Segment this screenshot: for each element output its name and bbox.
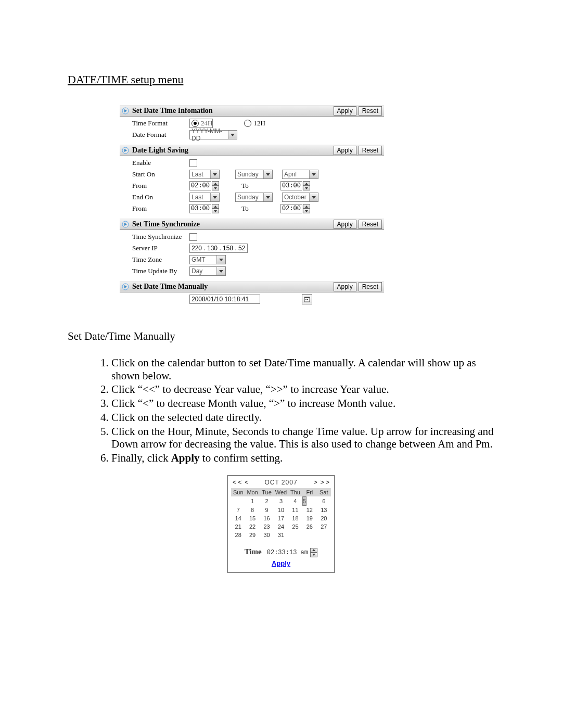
sec4-apply-button[interactable]: Apply	[334, 282, 356, 291]
dls-start-week-value: Last	[191, 171, 209, 178]
time-update-value: Day	[191, 267, 215, 275]
dls-end-day-select[interactable]: Sunday	[235, 193, 273, 202]
dls-to1-spin[interactable]: 03:00	[280, 181, 310, 190]
sec1-title: Set Date Time Infomation	[132, 107, 331, 115]
calendar-next-year[interactable]: > >	[319, 479, 331, 486]
calendar-day[interactable]: 1	[245, 496, 259, 506]
spin-down-icon[interactable]	[212, 186, 219, 190]
calendar-day[interactable]: 29	[245, 531, 259, 539]
chevron-down-icon	[263, 170, 272, 178]
calendar-day[interactable]: 25	[288, 522, 302, 531]
calendar-day[interactable]: 10	[274, 506, 288, 514]
calendar-button[interactable]	[302, 294, 312, 304]
calendar-day[interactable]: 3	[274, 496, 288, 506]
dls-to2-label: To	[219, 205, 271, 213]
spin-down-icon[interactable]	[310, 553, 317, 557]
sec3-reset-button[interactable]: Reset	[359, 220, 382, 229]
sec4-reset-button[interactable]: Reset	[359, 282, 382, 291]
expand-arrow-icon	[122, 283, 129, 290]
spin-down-icon[interactable]	[303, 186, 310, 190]
time-format-24h-label: 24H	[201, 119, 212, 127]
dls-start-day-value: Sunday	[237, 171, 262, 178]
server-ip-input[interactable]: 220 . 130 . 158 . 52	[189, 244, 248, 253]
calendar-day[interactable]: 21	[231, 522, 245, 531]
time-format-24h-radio[interactable]: 24H	[189, 119, 213, 128]
dls-from2-spin[interactable]: 03:00	[189, 204, 219, 213]
apply-word: Apply	[171, 452, 200, 464]
sec2-apply-button[interactable]: Apply	[334, 146, 356, 155]
spin-up-icon[interactable]	[303, 181, 310, 186]
calendar-day[interactable]: 2	[260, 496, 274, 506]
spin-down-icon[interactable]	[212, 209, 219, 213]
calendar-day[interactable]: 23	[260, 522, 274, 531]
calendar-day[interactable]: 7	[231, 506, 245, 514]
manual-section: Set Date/Time Manually Click on the cale…	[68, 330, 494, 465]
calendar-time-row: Time 02:33:13 am	[231, 547, 331, 557]
manual-step: Click on the calendar button to set Date…	[111, 356, 494, 382]
dls-to2-spin[interactable]: 02:00	[280, 204, 310, 213]
dls-enable-checkbox[interactable]	[189, 159, 197, 167]
dls-from1-spin[interactable]: 02:00	[189, 181, 219, 190]
sync-enable-checkbox[interactable]	[189, 233, 197, 241]
calendar-month-title: OCT 2007	[250, 479, 312, 486]
spin-up-icon[interactable]	[212, 181, 219, 186]
calendar-day[interactable]: 4	[288, 496, 302, 506]
dls-to1-label: To	[219, 182, 271, 190]
calendar-day[interactable]: 26	[302, 522, 316, 531]
calendar-day[interactable]: 19	[302, 514, 316, 522]
calendar-next-month[interactable]: >	[312, 479, 319, 486]
manual-steps: Click on the calendar button to set Date…	[68, 356, 494, 465]
dls-start-day-select[interactable]: Sunday	[235, 170, 273, 179]
sec1-reset-button[interactable]: Reset	[359, 106, 382, 116]
calendar-day[interactable]: 28	[231, 531, 245, 539]
dls-start-month-select[interactable]: April	[282, 170, 318, 179]
calendar-day[interactable]: 31	[274, 531, 288, 539]
sec2-reset-button[interactable]: Reset	[359, 146, 382, 155]
calendar-day[interactable]: 15	[245, 514, 259, 522]
calendar-prev-year[interactable]: < <	[231, 479, 243, 486]
calendar-day[interactable]: 9	[260, 506, 274, 514]
sec3-apply-button[interactable]: Apply	[334, 220, 356, 229]
calendar-day[interactable]: 22	[245, 522, 259, 531]
calendar-day[interactable]: 16	[260, 514, 274, 522]
svg-rect-10	[305, 299, 306, 300]
calendar-day[interactable]: 20	[317, 514, 331, 522]
time-format-12h-radio[interactable]: 12H	[244, 119, 265, 127]
calendar-day[interactable]: 11	[288, 506, 302, 514]
calendar-apply-link[interactable]: Apply	[231, 559, 331, 567]
dls-end-week-select[interactable]: Last	[189, 193, 220, 202]
calendar-day[interactable]: 17	[274, 514, 288, 522]
calendar-time-label: Time	[245, 547, 262, 556]
calendar-day[interactable]: 5	[302, 496, 306, 506]
sec4-title: Set Date Time Manually	[132, 283, 331, 291]
calendar-day[interactable]: 18	[288, 514, 302, 522]
timezone-select[interactable]: GMT	[189, 255, 226, 264]
calendar-day[interactable]: 24	[274, 522, 288, 531]
manual-datetime-input[interactable]: 2008/01/10 10:18:41	[189, 295, 260, 304]
dls-end-day-value: Sunday	[237, 194, 262, 201]
spin-up-icon[interactable]	[303, 204, 310, 209]
dls-start-week-select[interactable]: Last	[189, 170, 220, 179]
calendar-day[interactable]: 14	[231, 514, 245, 522]
calendar-dow: Fri	[302, 488, 316, 496]
spin-up-icon[interactable]	[212, 204, 219, 209]
calendar-day	[231, 496, 245, 506]
calendar-day[interactable]: 13	[317, 506, 331, 514]
calendar-day[interactable]: 8	[245, 506, 259, 514]
calendar-day[interactable]: 12	[302, 506, 316, 514]
dls-end-month-select[interactable]: October	[282, 193, 318, 202]
calendar-day[interactable]: 30	[260, 531, 274, 539]
spin-up-icon[interactable]	[310, 548, 317, 553]
calendar-prev-month[interactable]: <	[243, 479, 250, 486]
calendar-time-value[interactable]: 02:33:13 am	[267, 549, 308, 556]
calendar-day[interactable]: 27	[317, 522, 331, 531]
dls-end-month-value: October	[284, 194, 308, 201]
chevron-down-icon	[210, 193, 219, 201]
sec1-apply-button[interactable]: Apply	[334, 106, 356, 116]
expand-arrow-icon	[122, 221, 129, 228]
calendar-dow: Wed	[274, 488, 288, 496]
calendar-day[interactable]: 6	[317, 496, 331, 506]
time-update-select[interactable]: Day	[189, 266, 226, 276]
date-format-select[interactable]: YYYY-MM-DD	[189, 130, 237, 139]
spin-down-icon[interactable]	[303, 209, 310, 213]
